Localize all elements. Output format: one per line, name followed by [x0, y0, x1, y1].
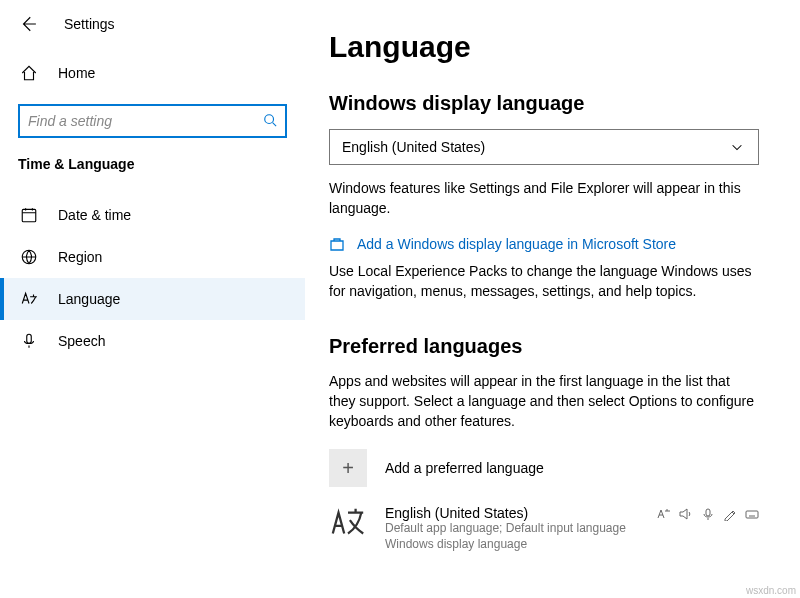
display-language-select[interactable]: English (United States) [329, 129, 759, 165]
mic-icon [20, 332, 38, 350]
sidebar-item-label: Speech [58, 333, 105, 349]
chevron-down-icon [728, 138, 746, 156]
search-input-wrap[interactable] [18, 104, 287, 138]
search-input[interactable] [28, 113, 263, 129]
sidebar-item-home[interactable]: Home [18, 56, 287, 90]
home-icon [20, 64, 38, 82]
language-icon [20, 290, 38, 308]
store-icon [329, 236, 345, 252]
language-entry[interactable]: English (United States) Default app lang… [329, 501, 759, 556]
globe-icon [20, 248, 38, 266]
language-name: English (United States) [385, 505, 639, 521]
search-icon [263, 113, 277, 130]
sidebar-item-speech[interactable]: Speech [0, 320, 305, 362]
handwriting-feature-icon [723, 507, 737, 521]
svg-rect-5 [746, 511, 758, 518]
back-button[interactable] [18, 14, 38, 34]
svg-rect-4 [706, 509, 710, 516]
home-label: Home [58, 65, 95, 81]
display-language-heading: Windows display language [329, 92, 772, 115]
plus-icon: + [329, 449, 367, 487]
app-title: Settings [64, 16, 115, 32]
svg-rect-3 [27, 334, 32, 343]
language-glyph-icon [329, 505, 367, 543]
add-language-label: Add a preferred language [385, 460, 544, 476]
language-sub2: Windows display language [385, 537, 639, 553]
language-feature-icons [657, 505, 759, 521]
watermark: wsxdn.com [746, 585, 796, 596]
store-link-row[interactable]: Add a Windows display language in Micros… [329, 236, 772, 252]
store-link-text: Add a Windows display language in Micros… [357, 236, 676, 252]
display-feature-icon [657, 507, 671, 521]
language-sub1: Default app language; Default input lang… [385, 521, 639, 537]
back-arrow-icon [19, 15, 37, 33]
svg-point-0 [265, 114, 274, 123]
tts-feature-icon [679, 507, 693, 521]
sidebar-item-label: Language [58, 291, 120, 307]
clock-icon [20, 206, 38, 224]
sidebar-item-label: Region [58, 249, 102, 265]
category-heading: Time & Language [18, 156, 287, 172]
sidebar-item-region[interactable]: Region [0, 236, 305, 278]
add-language-button[interactable]: + Add a preferred language [329, 449, 772, 487]
sidebar-item-label: Date & time [58, 207, 131, 223]
voice-feature-icon [701, 507, 715, 521]
page-title: Language [329, 30, 772, 64]
display-language-desc: Windows features like Settings and File … [329, 179, 759, 218]
sidebar-item-date-time[interactable]: Date & time [0, 194, 305, 236]
preferred-heading: Preferred languages [329, 335, 772, 358]
sidebar-item-language[interactable]: Language [0, 278, 305, 320]
lep-desc: Use Local Experience Packs to change the… [329, 262, 759, 301]
preferred-desc: Apps and websites will appear in the fir… [329, 372, 759, 431]
svg-rect-1 [22, 209, 36, 221]
keyboard-feature-icon [745, 507, 759, 521]
display-language-value: English (United States) [342, 139, 485, 155]
